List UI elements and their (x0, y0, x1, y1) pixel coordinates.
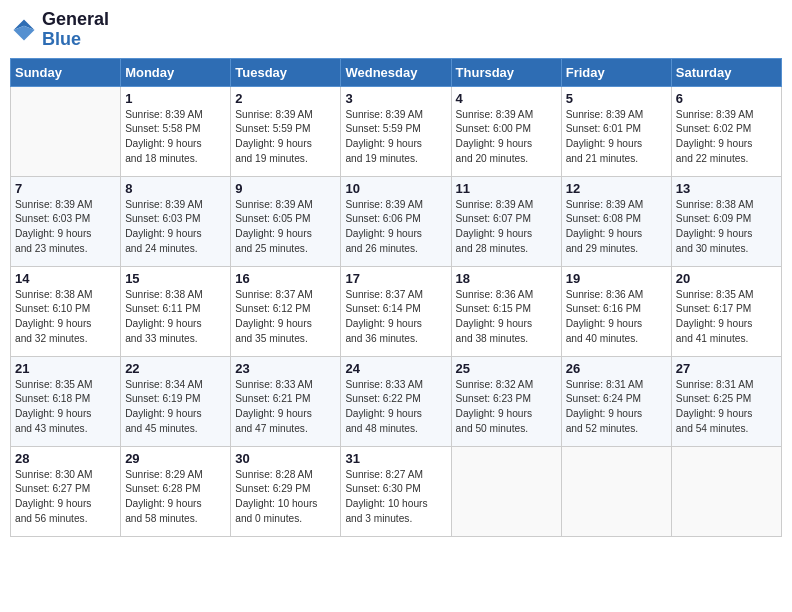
day-number: 12 (566, 181, 667, 196)
header-cell-friday: Friday (561, 58, 671, 86)
day-number: 20 (676, 271, 777, 286)
calendar-cell: 20Sunrise: 8:35 AM Sunset: 6:17 PM Dayli… (671, 266, 781, 356)
day-info: Sunrise: 8:39 AM Sunset: 6:03 PM Dayligh… (125, 198, 226, 257)
calendar-cell: 7Sunrise: 8:39 AM Sunset: 6:03 PM Daylig… (11, 176, 121, 266)
day-number: 21 (15, 361, 116, 376)
header-row: SundayMondayTuesdayWednesdayThursdayFrid… (11, 58, 782, 86)
calendar-week-2: 14Sunrise: 8:38 AM Sunset: 6:10 PM Dayli… (11, 266, 782, 356)
day-number: 14 (15, 271, 116, 286)
calendar-cell: 26Sunrise: 8:31 AM Sunset: 6:24 PM Dayli… (561, 356, 671, 446)
day-number: 3 (345, 91, 446, 106)
day-info: Sunrise: 8:32 AM Sunset: 6:23 PM Dayligh… (456, 378, 557, 437)
day-number: 11 (456, 181, 557, 196)
day-number: 10 (345, 181, 446, 196)
day-info: Sunrise: 8:37 AM Sunset: 6:12 PM Dayligh… (235, 288, 336, 347)
day-number: 18 (456, 271, 557, 286)
calendar-cell: 4Sunrise: 8:39 AM Sunset: 6:00 PM Daylig… (451, 86, 561, 176)
calendar-cell: 2Sunrise: 8:39 AM Sunset: 5:59 PM Daylig… (231, 86, 341, 176)
calendar-week-1: 7Sunrise: 8:39 AM Sunset: 6:03 PM Daylig… (11, 176, 782, 266)
header-cell-saturday: Saturday (671, 58, 781, 86)
logo: General Blue (10, 10, 109, 50)
calendar-cell (561, 446, 671, 536)
calendar-cell: 29Sunrise: 8:29 AM Sunset: 6:28 PM Dayli… (121, 446, 231, 536)
day-info: Sunrise: 8:35 AM Sunset: 6:17 PM Dayligh… (676, 288, 777, 347)
day-number: 5 (566, 91, 667, 106)
calendar-cell: 1Sunrise: 8:39 AM Sunset: 5:58 PM Daylig… (121, 86, 231, 176)
day-info: Sunrise: 8:31 AM Sunset: 6:25 PM Dayligh… (676, 378, 777, 437)
day-info: Sunrise: 8:39 AM Sunset: 6:08 PM Dayligh… (566, 198, 667, 257)
calendar-header: SundayMondayTuesdayWednesdayThursdayFrid… (11, 58, 782, 86)
day-number: 31 (345, 451, 446, 466)
calendar-cell: 24Sunrise: 8:33 AM Sunset: 6:22 PM Dayli… (341, 356, 451, 446)
day-info: Sunrise: 8:31 AM Sunset: 6:24 PM Dayligh… (566, 378, 667, 437)
day-number: 22 (125, 361, 226, 376)
logo-icon (10, 16, 38, 44)
calendar-cell: 13Sunrise: 8:38 AM Sunset: 6:09 PM Dayli… (671, 176, 781, 266)
day-number: 9 (235, 181, 336, 196)
day-info: Sunrise: 8:39 AM Sunset: 5:59 PM Dayligh… (235, 108, 336, 167)
day-number: 2 (235, 91, 336, 106)
calendar-cell: 19Sunrise: 8:36 AM Sunset: 6:16 PM Dayli… (561, 266, 671, 356)
header-cell-tuesday: Tuesday (231, 58, 341, 86)
calendar-cell: 30Sunrise: 8:28 AM Sunset: 6:29 PM Dayli… (231, 446, 341, 536)
calendar-cell (451, 446, 561, 536)
day-info: Sunrise: 8:39 AM Sunset: 6:07 PM Dayligh… (456, 198, 557, 257)
day-info: Sunrise: 8:39 AM Sunset: 6:02 PM Dayligh… (676, 108, 777, 167)
day-info: Sunrise: 8:30 AM Sunset: 6:27 PM Dayligh… (15, 468, 116, 527)
day-number: 29 (125, 451, 226, 466)
calendar-week-3: 21Sunrise: 8:35 AM Sunset: 6:18 PM Dayli… (11, 356, 782, 446)
calendar-cell: 10Sunrise: 8:39 AM Sunset: 6:06 PM Dayli… (341, 176, 451, 266)
calendar-cell: 15Sunrise: 8:38 AM Sunset: 6:11 PM Dayli… (121, 266, 231, 356)
header-cell-sunday: Sunday (11, 58, 121, 86)
day-number: 25 (456, 361, 557, 376)
calendar-cell: 8Sunrise: 8:39 AM Sunset: 6:03 PM Daylig… (121, 176, 231, 266)
calendar-cell: 27Sunrise: 8:31 AM Sunset: 6:25 PM Dayli… (671, 356, 781, 446)
header-cell-thursday: Thursday (451, 58, 561, 86)
day-number: 27 (676, 361, 777, 376)
day-info: Sunrise: 8:35 AM Sunset: 6:18 PM Dayligh… (15, 378, 116, 437)
day-info: Sunrise: 8:39 AM Sunset: 6:03 PM Dayligh… (15, 198, 116, 257)
calendar-cell (671, 446, 781, 536)
header-cell-wednesday: Wednesday (341, 58, 451, 86)
calendar-week-0: 1Sunrise: 8:39 AM Sunset: 5:58 PM Daylig… (11, 86, 782, 176)
calendar-cell: 25Sunrise: 8:32 AM Sunset: 6:23 PM Dayli… (451, 356, 561, 446)
day-number: 4 (456, 91, 557, 106)
day-info: Sunrise: 8:37 AM Sunset: 6:14 PM Dayligh… (345, 288, 446, 347)
day-info: Sunrise: 8:39 AM Sunset: 6:01 PM Dayligh… (566, 108, 667, 167)
day-number: 19 (566, 271, 667, 286)
calendar-week-4: 28Sunrise: 8:30 AM Sunset: 6:27 PM Dayli… (11, 446, 782, 536)
day-number: 30 (235, 451, 336, 466)
day-number: 13 (676, 181, 777, 196)
calendar-cell: 22Sunrise: 8:34 AM Sunset: 6:19 PM Dayli… (121, 356, 231, 446)
day-number: 23 (235, 361, 336, 376)
day-number: 8 (125, 181, 226, 196)
logo-text: General Blue (42, 10, 109, 50)
day-info: Sunrise: 8:39 AM Sunset: 6:05 PM Dayligh… (235, 198, 336, 257)
day-info: Sunrise: 8:33 AM Sunset: 6:22 PM Dayligh… (345, 378, 446, 437)
calendar-cell: 9Sunrise: 8:39 AM Sunset: 6:05 PM Daylig… (231, 176, 341, 266)
calendar-cell: 18Sunrise: 8:36 AM Sunset: 6:15 PM Dayli… (451, 266, 561, 356)
calendar-cell: 5Sunrise: 8:39 AM Sunset: 6:01 PM Daylig… (561, 86, 671, 176)
day-number: 17 (345, 271, 446, 286)
day-info: Sunrise: 8:38 AM Sunset: 6:09 PM Dayligh… (676, 198, 777, 257)
calendar-cell: 28Sunrise: 8:30 AM Sunset: 6:27 PM Dayli… (11, 446, 121, 536)
day-info: Sunrise: 8:38 AM Sunset: 6:11 PM Dayligh… (125, 288, 226, 347)
day-info: Sunrise: 8:29 AM Sunset: 6:28 PM Dayligh… (125, 468, 226, 527)
calendar-cell: 31Sunrise: 8:27 AM Sunset: 6:30 PM Dayli… (341, 446, 451, 536)
day-info: Sunrise: 8:28 AM Sunset: 6:29 PM Dayligh… (235, 468, 336, 527)
day-number: 24 (345, 361, 446, 376)
calendar-cell: 16Sunrise: 8:37 AM Sunset: 6:12 PM Dayli… (231, 266, 341, 356)
day-info: Sunrise: 8:39 AM Sunset: 5:58 PM Dayligh… (125, 108, 226, 167)
day-info: Sunrise: 8:38 AM Sunset: 6:10 PM Dayligh… (15, 288, 116, 347)
calendar-cell: 11Sunrise: 8:39 AM Sunset: 6:07 PM Dayli… (451, 176, 561, 266)
day-info: Sunrise: 8:36 AM Sunset: 6:15 PM Dayligh… (456, 288, 557, 347)
calendar-cell: 21Sunrise: 8:35 AM Sunset: 6:18 PM Dayli… (11, 356, 121, 446)
calendar-cell: 23Sunrise: 8:33 AM Sunset: 6:21 PM Dayli… (231, 356, 341, 446)
calendar-cell: 6Sunrise: 8:39 AM Sunset: 6:02 PM Daylig… (671, 86, 781, 176)
day-number: 28 (15, 451, 116, 466)
day-info: Sunrise: 8:39 AM Sunset: 6:06 PM Dayligh… (345, 198, 446, 257)
day-number: 26 (566, 361, 667, 376)
calendar-cell: 17Sunrise: 8:37 AM Sunset: 6:14 PM Dayli… (341, 266, 451, 356)
day-number: 15 (125, 271, 226, 286)
day-info: Sunrise: 8:39 AM Sunset: 5:59 PM Dayligh… (345, 108, 446, 167)
